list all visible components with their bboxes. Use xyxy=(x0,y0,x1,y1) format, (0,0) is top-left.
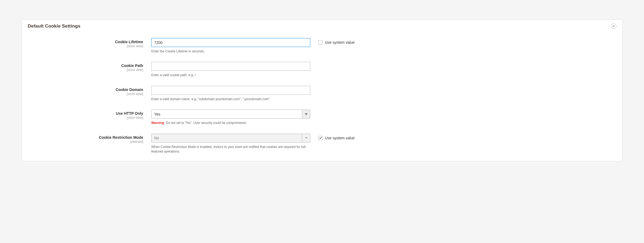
field-cookie-restriction-mode: Cookie Restriction Mode [website] No Whe… xyxy=(28,134,616,154)
field-label-col: Cookie Restriction Mode [website] xyxy=(28,134,151,144)
cookie-path-input[interactable] xyxy=(151,62,310,71)
field-control-col: Yes Warning: Do not set to "No". User se… xyxy=(151,110,310,125)
field-cookie-domain: Cookie Domain [store view] Enter a valid… xyxy=(28,86,616,102)
use-system-value-label: Use system value xyxy=(325,40,354,45)
check-icon xyxy=(319,136,322,139)
field-control-col: No When Cookie Restriction Mode is enabl… xyxy=(151,134,310,154)
warning-label: Warning xyxy=(151,121,164,125)
chevron-up-icon xyxy=(612,25,615,28)
field-label-col: Cookie Lifetime [store view] xyxy=(28,38,151,48)
field-scope: [store view] xyxy=(28,68,143,72)
cookie-restriction-mode-select: No xyxy=(151,134,310,143)
caret-down-icon xyxy=(305,113,308,115)
field-label: Cookie Path xyxy=(121,63,143,68)
use-system-value-checkbox[interactable] xyxy=(318,40,323,45)
field-scope: [store view] xyxy=(28,116,143,120)
field-helper: Enter the Cookie Lifetime in seconds. xyxy=(151,49,310,54)
panel-header: Default Cookie Settings xyxy=(22,20,622,31)
use-system-value-label: Use system value xyxy=(325,136,354,140)
select-value: Yes xyxy=(151,110,302,118)
field-helper: Warning: Do not set to "No". User securi… xyxy=(151,121,310,125)
field-helper: When Cookie Restriction Mode is enabled,… xyxy=(151,145,310,154)
field-cookie-lifetime: Cookie Lifetime [store view] Enter the C… xyxy=(28,38,616,54)
field-label: Cookie Domain xyxy=(116,87,143,92)
collapse-toggle[interactable] xyxy=(611,23,616,29)
panel-body: Cookie Lifetime [store view] Enter the C… xyxy=(22,31,622,161)
select-caret xyxy=(302,134,310,142)
field-cookie-path: Cookie Path [store view] Enter a valid c… xyxy=(28,62,616,77)
use-system-value-checkbox[interactable] xyxy=(318,136,323,140)
field-label-col: Cookie Path [store view] xyxy=(28,62,151,72)
field-control-col: Enter the Cookie Lifetime in seconds. xyxy=(151,38,310,54)
field-label-col: Use HTTP Only [store view] xyxy=(28,110,151,120)
field-control-col: Enter a valid domain name. e.g. "subdoma… xyxy=(151,86,310,102)
field-scope: [website] xyxy=(28,140,143,144)
field-label: Cookie Restriction Mode xyxy=(99,135,143,140)
use-system-value-wrap: Use system value xyxy=(310,134,354,140)
field-helper: Enter a valid domain name. e.g. "subdoma… xyxy=(151,97,310,102)
cookie-settings-panel: Default Cookie Settings Cookie Lifetime … xyxy=(22,19,622,161)
field-helper: Enter a valid cookie path. e.g. / xyxy=(151,73,310,77)
use-http-only-select[interactable]: Yes xyxy=(151,110,310,119)
use-system-value-wrap: Use system value xyxy=(310,38,354,45)
select-caret xyxy=(302,110,310,118)
warning-rest: : Do not set to "No". User security coul… xyxy=(164,121,247,125)
cookie-lifetime-input[interactable] xyxy=(151,38,310,47)
field-label-col: Cookie Domain [store view] xyxy=(28,86,151,96)
caret-down-icon xyxy=(305,137,308,139)
panel-title: Default Cookie Settings xyxy=(28,23,80,29)
field-scope: [store view] xyxy=(28,44,143,48)
field-label: Use HTTP Only xyxy=(116,111,143,116)
field-control-col: Enter a valid cookie path. e.g. / xyxy=(151,62,310,77)
field-use-http-only: Use HTTP Only [store view] Yes Warning: … xyxy=(28,110,616,125)
select-value: No xyxy=(151,134,302,142)
cookie-domain-input[interactable] xyxy=(151,86,310,95)
field-scope: [store view] xyxy=(28,92,143,96)
field-label: Cookie Lifetime xyxy=(115,40,143,44)
